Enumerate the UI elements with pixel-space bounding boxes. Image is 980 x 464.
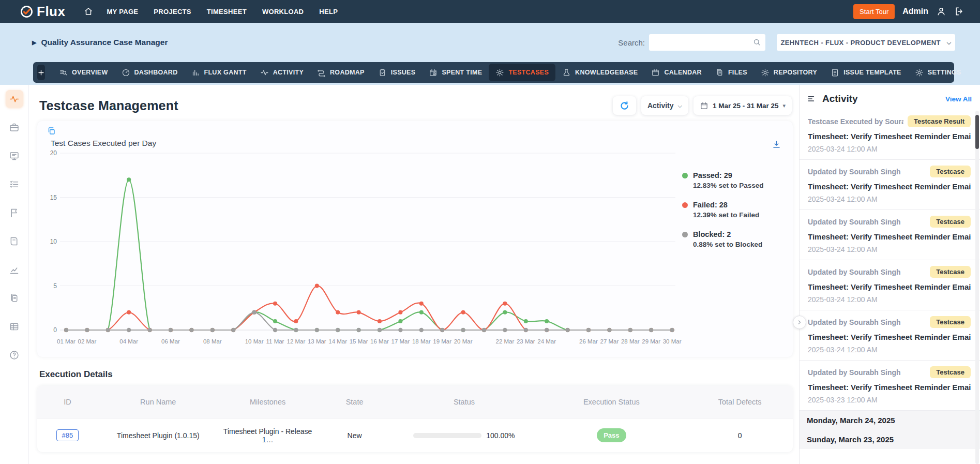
svg-text:13 Mar: 13 Mar [308,338,326,345]
search-icon[interactable] [752,38,761,47]
activity-entry[interactable]: Updated by Sourabh Singh Testcase Timesh… [800,310,980,361]
execution-details-heading: Execution Details [39,369,792,380]
sidebar-item-help[interactable] [6,346,23,364]
file-icon [715,68,724,77]
book-icon [9,236,20,247]
column-header-id: ID [37,398,98,406]
refresh-button[interactable] [613,96,636,115]
activity-panel: Activity View All Testcase Executed by S… [799,85,980,464]
legend-item-blocked: Blocked: 2 0.88% set to Blocked [682,230,783,248]
home-icon[interactable] [84,7,93,16]
start-tour-button[interactable]: Start Tour [853,4,895,19]
tab-roadmap[interactable]: ROADMAP [310,64,371,81]
tab-repository[interactable]: REPOSITORY [754,64,824,81]
sidebar-item-milestones[interactable] [6,204,23,221]
legend-item-passed: Passed: 29 12.83% set to Passed [682,171,783,189]
tab-overview[interactable]: OVERVIEW [52,64,115,81]
nav-item-workload[interactable]: WORKLOAD [262,8,304,16]
checklist-icon [9,179,20,190]
activity-entry[interactable]: Updated by Sourabh Singh Testcase Timesh… [800,160,980,210]
nav-item-projects[interactable]: PROJECTS [154,8,191,16]
breadcrumb[interactable]: ▶ Quality Assurance Case Manager [32,38,168,47]
scrollbar-track[interactable] [975,111,979,464]
user-name[interactable]: Admin [902,7,928,16]
table-row: #85 Timesheet Plugin (1.0.15) Timesheet … [37,418,793,452]
tab-files[interactable]: FILES [708,64,754,81]
search-input[interactable] [649,34,765,51]
tab-spent-time[interactable]: SPENT TIME [422,64,489,81]
svg-text:15 Mar: 15 Mar [350,338,368,345]
tab-flux-gantt[interactable]: FLUX GANTT [185,64,253,81]
activity-entry[interactable]: Updated by Sourabh Singh Testcase Timesh… [800,210,980,260]
download-icon[interactable] [772,140,781,149]
activity-entry[interactable]: Updated by Sourabh Singh Testcase Timesh… [800,260,980,310]
sidebar-item-reports[interactable] [6,261,23,278]
testcases-line-chart: 0510152001 Mar02 Mar04 Mar06 Mar08 Mar10… [43,148,682,356]
tab-testcases[interactable]: TESTCASES [489,64,555,81]
activity-filter-dropdown[interactable]: Activity ⌵ [641,96,688,115]
chevron-down-icon: ⌵ [947,39,952,46]
column-header-state: State [317,398,393,406]
tab-label: ACTIVITY [273,69,304,76]
activity-entry-title: Timesheet: Verify Timesheet Reminder Ema… [808,182,971,191]
activity-meta: Testcase Executed by Sourab… [808,117,903,126]
date-range-picker[interactable]: 1 Mar 25 - 31 Mar 25 ▾ [693,96,792,115]
tab-issues[interactable]: ISSUES [371,64,423,81]
activity-entry-title: Timesheet: Verify Timesheet Reminder Ema… [808,383,971,392]
project-selector[interactable]: ZEHNTECH - FLUX - PRODUCT DEVELOPMENT ⌵ [777,34,955,51]
sidebar-item-grid[interactable] [6,318,23,335]
tab-settings[interactable]: SETTINGS [908,64,968,81]
tab-label: REPOSITORY [774,69,817,76]
logout-icon[interactable] [954,6,964,17]
activity-timestamp: 2025-03-24 12:00 AM [808,195,971,203]
sidebar-item-board[interactable] [6,147,23,164]
svg-text:11 Mar: 11 Mar [266,338,284,345]
tab-activity[interactable]: ACTIVITY [253,64,310,81]
sidebar-item-tasks[interactable] [6,175,23,193]
add-tab-button[interactable] [37,65,45,80]
gear-icon [761,68,770,77]
tab-calendar[interactable]: CALENDAR [644,64,708,81]
scrollbar-thumb[interactable] [975,115,979,149]
legend-sublabel: 0.88% set to Blocked [693,241,762,248]
activity-type-badge: Testcase [930,266,971,278]
tabs: OVERVIEWDASHBOARDFLUX GANTTACTIVITYROADM… [52,64,968,81]
tab-knowledgebase[interactable]: KNOWLEDGEBASE [555,64,644,81]
nav-item-timesheet[interactable]: TIMESHEET [207,8,247,16]
tab-label: OVERVIEW [72,69,108,76]
nav-item-my-page[interactable]: MY PAGE [107,8,138,16]
activity-entry[interactable]: Testcase Executed by Sourab… Testcase Re… [800,110,980,160]
svg-text:16 Mar: 16 Mar [370,338,389,345]
svg-text:17 Mar: 17 Mar [391,338,410,345]
user-icon[interactable] [936,6,946,17]
flux-logo[interactable]: Flux [20,4,65,20]
tab-issue-template[interactable]: ISSUE TEMPLATE [824,64,908,81]
sidebar-item-files[interactable] [6,289,23,307]
top-nav-right: Start Tour Admin [853,4,964,19]
nav-item-help[interactable]: HELP [319,8,338,16]
run-id-link[interactable]: #85 [56,429,79,441]
caret-down-icon: ▾ [782,102,786,109]
legend-sublabel: 12.39% set to Failed [693,211,759,219]
breadcrumb-label: Quality Assurance Case Manager [41,38,168,47]
sidebar-item-activity[interactable] [6,90,23,108]
sidebar-item-projects[interactable] [6,118,23,136]
activity-meta: Updated by Sourabh Singh [808,168,901,176]
svg-text:04 Mar: 04 Mar [119,338,138,345]
copy-icon[interactable] [47,126,56,136]
template-icon [831,68,839,77]
collapse-panel-button[interactable] [793,316,806,329]
activity-type-badge: Testcase [930,316,971,328]
series-blocked [66,312,672,330]
activity-entry[interactable]: Updated by Sourabh Singh Testcase Timesh… [800,361,980,411]
sidebar-item-docs[interactable] [6,232,23,250]
brand-name: Flux [37,4,65,20]
svg-text:14 Mar: 14 Mar [328,338,347,345]
calendar-icon [651,68,660,77]
monitor-icon [9,151,20,161]
column-header-execution-status: Execution Status [536,398,687,406]
view-all-link[interactable]: View All [945,95,972,103]
svg-text:10: 10 [50,238,57,245]
tab-dashboard[interactable]: DASHBOARD [115,64,185,81]
svg-text:12 Mar: 12 Mar [287,338,306,345]
